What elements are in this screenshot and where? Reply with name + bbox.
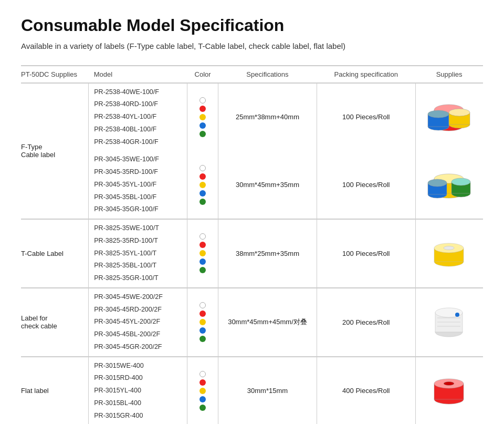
col-header-spec: Specifications [218, 66, 317, 83]
model-cell: PR-3015WE-400PR-3015RD-400PR-3015YL-400P… [89, 357, 187, 425]
packing-cell: 100 Pieces/Roll [317, 219, 415, 288]
color-dot [200, 258, 206, 265]
spec-cell: 30mm*15mm [218, 357, 317, 425]
table-row: F-Type Cable labelPR-2538-40WE-100/FPR-2… [21, 83, 483, 151]
supplies-cell [415, 83, 483, 151]
spec-cell: 30mm*45mm+45mm/对叠 [218, 288, 317, 357]
packing-cell: 100 Pieces/Roll [317, 151, 415, 219]
supplies-cell [415, 357, 483, 425]
table-header-row: PT-50DC Supplies Model Color Specificati… [21, 66, 483, 83]
category-cell: Flat label [21, 357, 89, 425]
category-cell: T-Cable Label [21, 219, 89, 288]
svg-point-17 [452, 178, 470, 185]
table-body: F-Type Cable labelPR-2538-40WE-100/FPR-2… [21, 83, 483, 425]
color-dot [200, 182, 206, 188]
svg-point-5 [428, 110, 449, 118]
color-dot [200, 327, 206, 334]
color-dot [200, 388, 206, 394]
color-dot [200, 106, 206, 112]
table-row: Flat labelPR-3015WE-400PR-3015RD-400PR-3… [21, 357, 483, 425]
model-cell: PR-3045-35WE-100/FPR-3045-35RD-100/FPR-3… [89, 151, 187, 219]
model-cell: PR-3045-45WE-200/2FPR-3045-45RD-200/2FPR… [89, 288, 187, 357]
category-cell: Label for check cable [21, 288, 89, 357]
svg-point-28 [455, 313, 459, 317]
model-cell: PR-3825-35WE-100/TPR-3825-35RD-100/TPR-3… [89, 219, 187, 288]
category-cell: F-Type Cable label [21, 83, 89, 220]
spec-table: PT-50DC Supplies Model Color Specificati… [21, 65, 483, 425]
table-row: PR-3045-35WE-100/FPR-3045-35RD-100/FPR-3… [21, 151, 483, 219]
color-dot [200, 250, 206, 256]
color-cell [187, 83, 218, 151]
packing-cell: 400 Pieces/Roll [317, 357, 415, 425]
supplies-cell [415, 151, 483, 219]
page-container: Consumable Model Specification Available… [0, 0, 504, 424]
color-cell [187, 357, 218, 425]
svg-point-14 [428, 179, 447, 187]
col-header-supplies: PT-50DC Supplies [21, 66, 89, 83]
color-dot [200, 165, 206, 171]
color-dot [200, 131, 206, 137]
color-dot [200, 97, 206, 104]
color-dot [200, 267, 206, 273]
color-dot [200, 114, 206, 120]
color-dot [200, 371, 206, 377]
color-cell [187, 288, 218, 357]
spec-cell: 38mm*25mm+35mm [218, 219, 317, 288]
color-dot [200, 199, 206, 205]
col-header-model: Model [89, 66, 187, 83]
color-dot [200, 319, 206, 325]
packing-cell: 200 Pieces/Roll [317, 288, 415, 357]
color-dot [200, 405, 206, 411]
spec-cell: 25mm*38mm+40mm [218, 83, 317, 151]
table-row: T-Cable LabelPR-3825-35WE-100/TPR-3825-3… [21, 219, 483, 288]
page-title: Consumable Model Specification [21, 16, 483, 35]
color-dot [200, 396, 206, 402]
color-cell [187, 151, 218, 219]
table-row: Label for check cablePR-3045-45WE-200/2F… [21, 288, 483, 357]
model-cell: PR-2538-40WE-100/FPR-2538-40RD-100/FPR-2… [89, 83, 187, 151]
color-dot [200, 173, 206, 180]
svg-point-21 [444, 246, 454, 250]
color-dot [200, 190, 206, 197]
color-dot [200, 122, 206, 129]
color-cell [187, 219, 218, 288]
packing-cell: 100 Pieces/Roll [317, 83, 415, 151]
supplies-cell [415, 288, 483, 357]
supplies-cell [415, 219, 483, 288]
svg-point-8 [449, 109, 470, 116]
color-dot [200, 311, 206, 317]
col-header-supplies-img: Supplies [415, 66, 483, 83]
page-subtitle: Available in a variety of labels (F-Type… [21, 40, 483, 53]
color-dot [200, 379, 206, 386]
color-dot [200, 233, 206, 240]
svg-point-32 [444, 381, 454, 385]
color-dot [200, 242, 206, 248]
color-dot [200, 302, 206, 308]
col-header-color: Color [187, 66, 218, 83]
spec-cell: 30mm*45mm+35mm [218, 151, 317, 219]
col-header-packing: Packing specification [317, 66, 415, 83]
color-dot [200, 336, 206, 342]
